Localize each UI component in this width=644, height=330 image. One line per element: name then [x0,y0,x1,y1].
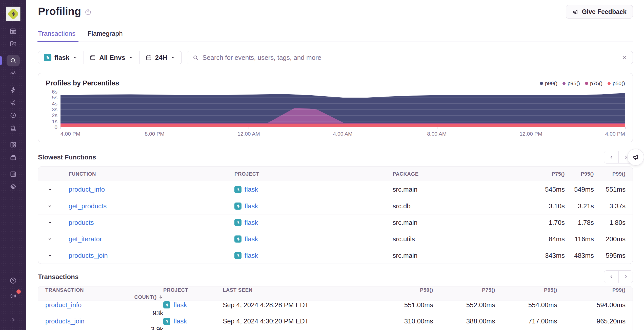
column-header-project[interactable]: PROJECT [163,287,223,293]
x-tick-label: 12:00 AM [237,131,260,137]
time-range-filter[interactable]: 24H [139,51,182,64]
project-link[interactable]: flask [245,186,258,193]
floating-feedback-button[interactable] [627,149,644,166]
column-header-package[interactable]: PACKAGE [393,171,532,177]
sidebar-item-performance[interactable] [7,67,20,79]
legend-item-p99[interactable]: p99() [540,80,557,86]
expand-row-button[interactable] [44,217,55,228]
column-header-transaction[interactable]: TRANSACTION [45,287,163,293]
window-icon [89,54,96,61]
project-link[interactable]: flask [245,252,258,260]
sidebar-item-projects[interactable] [7,38,20,50]
chart-title: Profiles by Percentiles [46,79,119,87]
give-feedback-button[interactable]: Give Feedback [566,5,633,19]
column-header-p95[interactable]: P95() [565,171,594,177]
column-header-p75[interactable]: P75() [532,171,565,177]
chart-plot-area[interactable] [61,92,625,127]
x-tick [155,127,155,129]
function-link[interactable]: product_info [69,186,105,193]
sidebar-item-whats-new[interactable] [7,290,20,302]
project-filter[interactable]: flask [38,51,84,64]
transaction-link[interactable]: product_info [45,301,82,309]
package-cell: src.utils [393,235,532,243]
p95-value: 554.00ms [495,301,557,309]
p75-value: 84ms [532,235,565,243]
help-icon[interactable] [85,9,92,16]
legend-dot [585,82,588,85]
project-link[interactable]: flask [245,235,258,243]
column-header-project[interactable]: PROJECT [234,171,393,177]
column-header-p99[interactable]: P99() [557,287,626,293]
project-filter-label: flask [54,54,69,62]
column-header-count[interactable]: COUNT() [45,294,163,300]
sidebar-item-stats[interactable] [7,168,20,180]
chevron-right-icon [10,316,17,323]
megaphone-icon [632,153,639,161]
sidebar-item-issues[interactable] [7,25,20,37]
function-link[interactable]: products_join [69,252,108,260]
legend-item-p95[interactable]: p95() [562,80,580,86]
p75-value: 3.10s [532,202,565,210]
table-row: product_infoflasksrc.main545ms549ms551ms [38,181,633,198]
sidebar-item-dashboards[interactable] [7,139,20,151]
project-link[interactable]: flask [245,219,258,227]
sidebar-item-user-feedback[interactable] [7,97,20,108]
clock-history-icon [9,112,17,119]
sidebar-item-alerts[interactable] [7,122,20,134]
column-header-p95[interactable]: P95() [495,287,557,293]
p50-value: 551.00ms [370,301,433,309]
legend-item-p75[interactable]: p75() [585,80,602,86]
inbox-icon [9,27,17,35]
megaphone-icon [9,99,17,106]
legend-item-p50[interactable]: p50() [608,80,625,86]
tab-flamegraph-label: Flamegraph [88,30,123,37]
x-tick [249,127,249,129]
function-link[interactable]: get_products [69,202,107,210]
sidebar-item-quick-start[interactable] [7,84,20,96]
expand-row-button[interactable] [44,250,55,261]
previous-page-button[interactable] [604,151,618,163]
transactions-header: Transactions [38,270,633,283]
expand-row-button[interactable] [44,184,55,195]
close-icon[interactable] [621,54,628,61]
sidebar-item-settings[interactable] [7,181,20,193]
column-header-function[interactable]: FUNCTION [69,171,234,177]
p95-value: 3.21s [565,202,594,210]
column-header-lastseen[interactable]: LAST SEEN [223,287,370,293]
sidebar-item-releases[interactable] [7,152,20,163]
sentry-logo[interactable] [6,7,21,21]
flask-logo-icon [45,55,50,60]
column-header-p99[interactable]: P99() [594,171,626,177]
chevron-left-icon [608,154,614,160]
sidebar-item-replays[interactable] [7,109,20,121]
table-row: get_iteratorflasksrc.utils84ms116ms200ms [38,231,633,247]
y-tick-label: 6s [52,89,57,95]
next-page-button[interactable] [618,271,633,283]
search-input[interactable] [203,54,617,62]
sidebar-collapse-button[interactable] [7,314,20,325]
expand-row-button[interactable] [44,233,55,245]
p99-value: 595ms [594,252,626,260]
transaction-link[interactable]: products_join [45,317,85,325]
project-cell: flask [163,301,187,309]
expand-row-button[interactable] [44,200,55,212]
sidebar-item-explore[interactable] [7,55,20,66]
tab-transactions[interactable]: Transactions [38,30,76,42]
project-link[interactable]: flask [173,301,187,309]
column-header-p50[interactable]: P50() [370,287,433,293]
tab-flamegraph[interactable]: Flamegraph [88,30,124,42]
archive-icon [9,154,17,161]
environment-filter[interactable]: All Envs [84,51,139,64]
profiles-by-percentiles-panel: Profiles by Percentiles p99()p95()p75()p… [38,73,633,142]
column-header-p75[interactable]: P75() [433,287,495,293]
sidebar-item-help[interactable] [7,275,20,286]
notification-badge [16,289,21,294]
function-link[interactable]: get_iterator [69,235,102,243]
previous-page-button[interactable] [604,271,618,283]
project-link[interactable]: flask [173,317,187,325]
p95-value: 483ms [565,252,594,260]
project-link[interactable]: flask [245,202,258,210]
function-link[interactable]: products [69,219,94,227]
flask-logo-icon [235,236,240,242]
chevron-left-icon [608,274,614,280]
